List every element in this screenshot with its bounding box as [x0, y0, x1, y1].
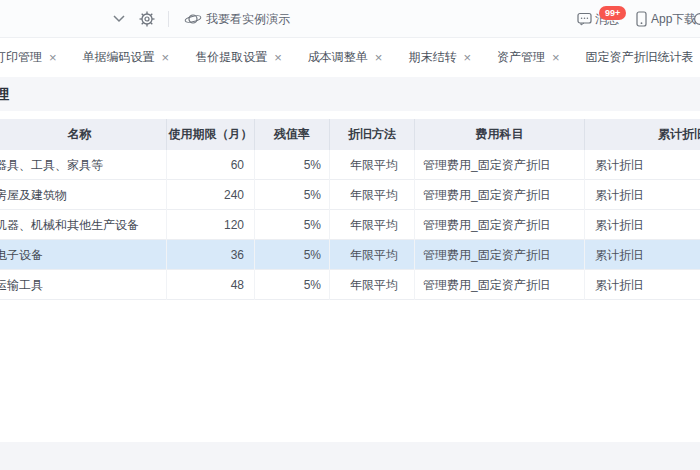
- header-cell-4: 费用科目: [415, 119, 585, 150]
- cell: 年限平均: [330, 150, 415, 180]
- chevron-down-icon[interactable]: [112, 0, 126, 38]
- cell: 电子设备: [0, 240, 167, 270]
- cell: 管理费用_固定资产折旧: [415, 270, 585, 300]
- table-row-3[interactable]: 电子设备365%年限平均管理费用_固定资产折旧累计折旧: [0, 240, 700, 270]
- cell: 管理费用_固定资产折旧: [415, 180, 585, 210]
- header-cell-0: 名称: [0, 119, 167, 150]
- cell: 房屋及建筑物: [0, 180, 167, 210]
- header-cell-5: 累计折旧科目: [585, 119, 700, 150]
- tab-label: 固定资产折旧统计表: [586, 49, 694, 66]
- cell: 年限平均: [330, 270, 415, 300]
- demo-link[interactable]: 我要看实例演示: [206, 0, 290, 38]
- table-row-0[interactable]: 器具、工具、家具等605%年限平均管理费用_固定资产折旧累计折旧: [0, 150, 700, 180]
- cell: 120: [167, 210, 255, 240]
- tab-close-icon[interactable]: ×: [274, 51, 282, 64]
- cell: 管理费用_固定资产折旧: [415, 240, 585, 270]
- table-row-4[interactable]: 运输工具485%年限平均管理费用_固定资产折旧累计折旧: [0, 270, 700, 300]
- tab-label: 售价提取设置: [195, 49, 267, 66]
- cell: 60: [167, 150, 255, 180]
- cell: 累计折旧: [585, 150, 700, 180]
- tab-close-icon[interactable]: ×: [49, 51, 57, 64]
- header-cell-3: 折旧方法: [330, 119, 415, 150]
- cell: 累计折旧: [585, 210, 700, 240]
- tab-close-icon[interactable]: ×: [162, 51, 170, 64]
- app-download-link[interactable]: App下载: [651, 0, 696, 38]
- tab-5[interactable]: 资产管理×: [484, 38, 573, 77]
- cell: 年限平均: [330, 180, 415, 210]
- phone-icon[interactable]: [636, 0, 647, 38]
- demo-link-label: 我要看实例演示: [206, 11, 290, 28]
- header-cell-2: 残值率: [255, 119, 330, 150]
- tab-4[interactable]: 期末结转×: [395, 38, 484, 77]
- topbar-divider: [168, 11, 169, 27]
- footer-band: [0, 442, 700, 470]
- gear-icon[interactable]: [139, 0, 155, 38]
- cell: 机器、机械和其他生产设备: [0, 210, 167, 240]
- tab-label: 单据编码设置: [83, 49, 155, 66]
- page-title-partial: 理: [0, 86, 9, 104]
- cell: 5%: [255, 240, 330, 270]
- table-card: 名称使用期限（月）残值率折旧方法费用科目累计折旧科目器具、工具、家具等605%年…: [0, 111, 700, 442]
- cell: 48: [167, 270, 255, 300]
- tab-6[interactable]: 固定资产折旧统计表×: [573, 38, 700, 77]
- tab-close-icon[interactable]: ×: [375, 51, 383, 64]
- table-row-1[interactable]: 房屋及建筑物2405%年限平均管理费用_固定资产折旧累计折旧: [0, 180, 700, 210]
- cell: 累计折旧: [585, 240, 700, 270]
- cell: 5%: [255, 180, 330, 210]
- tab-1[interactable]: 单据编码设置×: [70, 38, 183, 77]
- demo-planet-icon[interactable]: [184, 0, 202, 38]
- cell: 5%: [255, 270, 330, 300]
- depreciation-table: 名称使用期限（月）残值率折旧方法费用科目累计折旧科目器具、工具、家具等605%年…: [0, 119, 700, 300]
- cell: 5%: [255, 150, 330, 180]
- tab-label: 资产管理: [497, 49, 545, 66]
- header-cell-1: 使用期限（月）: [167, 119, 255, 150]
- cell: 器具、工具、家具等: [0, 150, 167, 180]
- table-row-2[interactable]: 机器、机械和其他生产设备1205%年限平均管理费用_固定资产折旧累计折旧: [0, 210, 700, 240]
- support-icon[interactable]: [693, 0, 700, 38]
- messages-icon[interactable]: [577, 0, 592, 38]
- tab-label: 成本调整单: [308, 49, 368, 66]
- content-area: 理 名称使用期限（月）残值率折旧方法费用科目累计折旧科目器具、工具、家具等605…: [0, 77, 700, 470]
- tab-label: 打印管理: [0, 49, 42, 66]
- cell: 运输工具: [0, 270, 167, 300]
- cell: 累计折旧: [585, 270, 700, 300]
- cell: 管理费用_固定资产折旧: [415, 150, 585, 180]
- tab-close-icon[interactable]: ×: [552, 51, 560, 64]
- topbar: 我要看实例演示 消息 99+ App下载: [0, 0, 700, 38]
- cell: 36: [167, 240, 255, 270]
- cell: 240: [167, 180, 255, 210]
- tab-3[interactable]: 成本调整单×: [295, 38, 396, 77]
- tab-close-icon[interactable]: ×: [463, 51, 471, 64]
- cell: 5%: [255, 210, 330, 240]
- tab-0[interactable]: 打印管理×: [0, 38, 70, 77]
- tab-2[interactable]: 售价提取设置×: [182, 38, 295, 77]
- message-count-badge: 99+: [599, 6, 626, 20]
- tab-bar: 打印管理×单据编码设置×售价提取设置×成本调整单×期末结转×资产管理×固定资产折…: [0, 38, 700, 77]
- app-window: 我要看实例演示 消息 99+ App下载: [0, 0, 700, 470]
- tab-label: 期末结转: [408, 49, 456, 66]
- cell: 累计折旧: [585, 180, 700, 210]
- cell: 年限平均: [330, 240, 415, 270]
- cell: 管理费用_固定资产折旧: [415, 210, 585, 240]
- cell: 年限平均: [330, 210, 415, 240]
- app-download-label: App下载: [651, 11, 696, 28]
- table-header-row: 名称使用期限（月）残值率折旧方法费用科目累计折旧科目: [0, 119, 700, 150]
